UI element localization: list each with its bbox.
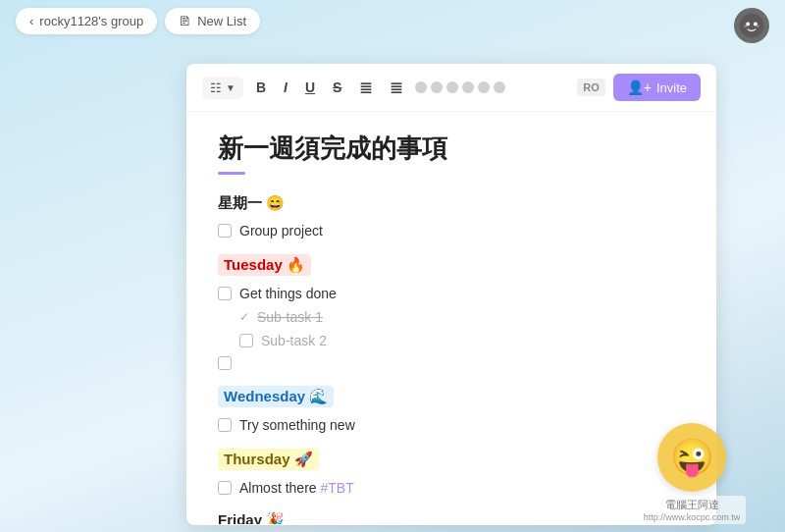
align-right-button[interactable]: ≣ bbox=[385, 77, 407, 99]
subtask-1-text: Sub-task 1 bbox=[257, 309, 323, 325]
color-dot-5[interactable] bbox=[478, 81, 490, 93]
chevron-down-icon: ▼ bbox=[226, 82, 236, 93]
subtask-2-text: Sub-task 2 bbox=[261, 333, 327, 348]
monday-header: 星期一 😄 bbox=[218, 194, 685, 213]
tuesday-header-text: Tuesday 🔥 bbox=[218, 254, 311, 276]
task-almost-there-text: Almost there #TBT bbox=[239, 480, 354, 496]
task-group-project: Group project bbox=[218, 223, 685, 239]
wednesday-header: Wednesday 🌊 bbox=[218, 386, 685, 407]
ro-badge: RO bbox=[577, 79, 605, 96]
strikethrough-button[interactable]: S bbox=[328, 78, 346, 97]
task-checkbox-try-something[interactable] bbox=[218, 418, 232, 432]
invite-label: Invite bbox=[656, 80, 687, 95]
color-dot-1[interactable] bbox=[415, 81, 427, 93]
task-get-things-done: Get things done bbox=[218, 286, 685, 301]
color-dots bbox=[415, 81, 505, 93]
task-get-things-done-text: Get things done bbox=[239, 286, 337, 301]
color-dot-3[interactable] bbox=[446, 81, 458, 93]
task-try-something-text: Try something new bbox=[239, 417, 355, 433]
invite-button[interactable]: 👤+ Invite bbox=[613, 74, 701, 101]
watermark-url: http://www.kocpc.com.tw bbox=[644, 512, 741, 522]
task-checkbox-almost-there[interactable] bbox=[218, 481, 232, 495]
group-name-label: rocky1128's group bbox=[39, 14, 143, 28]
avatar[interactable] bbox=[734, 8, 769, 43]
color-dot-2[interactable] bbox=[431, 81, 443, 93]
bold-button[interactable]: B bbox=[251, 78, 271, 97]
svg-point-2 bbox=[754, 23, 758, 27]
top-bar: ‹ rocky1128's group 🖹 New List bbox=[0, 0, 785, 42]
task-group-project-text: Group project bbox=[239, 223, 323, 239]
color-dot-4[interactable] bbox=[462, 81, 474, 93]
align-left-button[interactable]: ≣ bbox=[354, 77, 377, 99]
task-checkbox-group-project[interactable] bbox=[218, 224, 232, 238]
color-dot-6[interactable] bbox=[494, 81, 505, 93]
empty-checkbox[interactable] bbox=[218, 356, 232, 370]
empty-checkbox-row bbox=[218, 356, 685, 370]
wednesday-header-text: Wednesday 🌊 bbox=[218, 386, 334, 407]
italic-button[interactable]: I bbox=[279, 78, 292, 97]
format-icon: ☷ bbox=[210, 80, 222, 95]
svg-point-4 bbox=[757, 26, 759, 27]
underline-button[interactable]: U bbox=[300, 78, 320, 97]
format-select[interactable]: ☷ ▼ bbox=[202, 77, 243, 99]
section-tuesday: Tuesday 🔥 Get things done ✓ Sub-task 1 S… bbox=[218, 254, 685, 370]
watermark-face: 😜 bbox=[657, 423, 726, 492]
new-list-button[interactable]: 🖹 New List bbox=[165, 8, 260, 34]
toolbar: ☷ ▼ B I U S ≣ ≣ RO 👤+ Invite bbox=[186, 64, 716, 112]
invite-icon: 👤+ bbox=[627, 80, 652, 95]
svg-point-3 bbox=[744, 26, 747, 27]
thursday-header-text: Thursday 🚀 bbox=[218, 449, 319, 470]
section-monday: 星期一 😄 Group project bbox=[218, 194, 685, 239]
watermark: 😜 電腦王阿達 http://www.kocpc.com.tw bbox=[599, 414, 785, 532]
task-checkbox-get-things-done[interactable] bbox=[218, 287, 232, 300]
title-underline bbox=[218, 172, 245, 175]
document-title: 新一週須完成的事項 bbox=[218, 132, 685, 166]
chevron-left-icon: ‹ bbox=[29, 14, 33, 28]
subtask-1: ✓ Sub-task 1 bbox=[239, 309, 685, 325]
tuesday-header: Tuesday 🔥 bbox=[218, 254, 685, 276]
new-list-label: New List bbox=[197, 14, 246, 28]
subtask-2: Sub-task 2 bbox=[239, 333, 685, 348]
subtask-1-check: ✓ bbox=[239, 310, 249, 324]
new-list-icon: 🖹 bbox=[179, 14, 191, 28]
hashtag-tbt: #TBT bbox=[320, 480, 353, 496]
subtask-2-checkbox[interactable] bbox=[239, 334, 253, 347]
watermark-label: 電腦王阿達 http://www.kocpc.com.tw bbox=[638, 496, 747, 524]
svg-point-1 bbox=[746, 23, 750, 27]
svg-point-0 bbox=[740, 14, 764, 38]
back-button[interactable]: ‹ rocky1128's group bbox=[16, 8, 157, 34]
watermark-brand: 電腦王阿達 bbox=[644, 498, 741, 512]
